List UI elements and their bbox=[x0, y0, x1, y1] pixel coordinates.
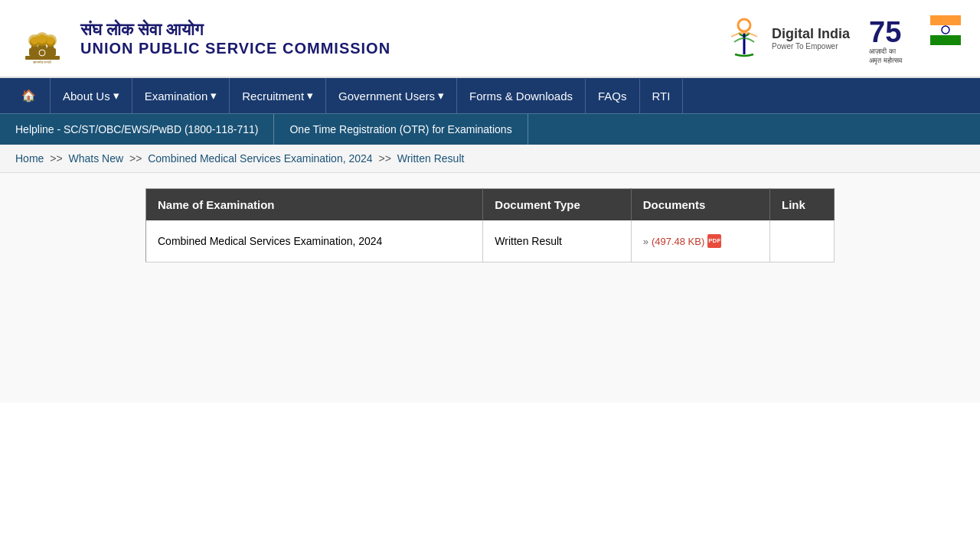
main-navbar: 🏠 About Us ▾ Examination ▾ Recruitment ▾… bbox=[0, 78, 980, 113]
nav-recruitment[interactable]: Recruitment ▾ bbox=[230, 78, 326, 113]
nav-about-us-label: About Us bbox=[63, 90, 110, 103]
nav-government-users[interactable]: Government Users ▾ bbox=[326, 78, 457, 113]
header-logos: Digital India Power To Empower 75 आज़ादी… bbox=[724, 11, 965, 65]
pdf-icon: PDF bbox=[707, 234, 721, 248]
digital-india-label: Digital India bbox=[772, 26, 850, 42]
svg-point-16 bbox=[738, 19, 750, 31]
secondary-navbar: Helpline - SC/ST/OBC/EWS/PwBD (1800-118-… bbox=[0, 113, 980, 145]
svg-rect-20 bbox=[930, 35, 961, 45]
page-header: सत्यमेव जयते bbox=[0, 0, 980, 78]
breadcrumb-written-result[interactable]: Written Result bbox=[397, 152, 465, 165]
home-icon: 🏠 bbox=[21, 89, 36, 103]
document-size-link[interactable]: (497.48 KB) bbox=[652, 236, 704, 247]
arrow-icon: » bbox=[643, 236, 648, 247]
svg-text:अमृत महोत्सव: अमृत महोत्सव bbox=[869, 56, 903, 65]
nav-recruitment-label: Recruitment bbox=[242, 90, 304, 103]
nav-forms-downloads-label: Forms & Downloads bbox=[469, 90, 573, 103]
azadi-logo: 75 आज़ादी का अमृत महोत्सव bbox=[865, 11, 965, 65]
government-emblem: सत्यमेव जयते bbox=[15, 8, 69, 69]
table-header-row: Name of Examination Document Type Docume… bbox=[146, 189, 835, 221]
document-download-link: » (497.48 KB) PDF bbox=[643, 234, 758, 248]
header-left: सत्यमेव जयते bbox=[15, 8, 390, 69]
nav-faqs-label: FAQs bbox=[598, 90, 627, 103]
nav-examination-label: Examination bbox=[145, 90, 208, 103]
chevron-down-icon: ▾ bbox=[113, 89, 119, 103]
nav-rti-label: RTI bbox=[652, 90, 671, 103]
col-header-documents: Documents bbox=[631, 189, 769, 221]
nav-examination[interactable]: Examination ▾ bbox=[132, 78, 230, 113]
cell-documents[interactable]: » (497.48 KB) PDF bbox=[631, 220, 769, 262]
sec-nav-helpline[interactable]: Helpline - SC/ST/OBC/EWS/PwBD (1800-118-… bbox=[0, 114, 274, 145]
breadcrumb-separator: >> bbox=[129, 152, 145, 165]
table-row: Combined Medical Services Examination, 2… bbox=[146, 220, 835, 262]
english-title: UNION PUBLIC SERVICE COMMISSION bbox=[80, 40, 390, 57]
breadcrumb-home[interactable]: Home bbox=[15, 152, 44, 165]
main-content: Name of Examination Document Type Docume… bbox=[0, 173, 980, 403]
breadcrumb-examination[interactable]: Combined Medical Services Examination, 2… bbox=[148, 152, 372, 165]
nav-about-us[interactable]: About Us ▾ bbox=[51, 78, 132, 113]
svg-text:75: 75 bbox=[869, 16, 901, 48]
svg-point-12 bbox=[31, 37, 38, 44]
nav-rti[interactable]: RTI bbox=[640, 79, 684, 113]
svg-rect-18 bbox=[930, 15, 961, 25]
digital-india-tagline: Power To Empower bbox=[772, 42, 850, 51]
chevron-down-icon: ▾ bbox=[307, 89, 313, 103]
svg-text:सत्यमेव जयते: सत्यमेव जयते bbox=[31, 60, 51, 64]
svg-point-13 bbox=[38, 34, 47, 44]
svg-point-14 bbox=[47, 37, 54, 44]
nav-forms-downloads[interactable]: Forms & Downloads bbox=[457, 79, 586, 113]
digital-india-text: Digital India Power To Empower bbox=[772, 26, 850, 51]
chevron-down-icon: ▾ bbox=[211, 89, 217, 103]
result-table: Name of Examination Document Type Docume… bbox=[145, 188, 835, 262]
breadcrumb: Home >> Whats New >> Combined Medical Se… bbox=[0, 145, 980, 173]
breadcrumb-separator: >> bbox=[378, 152, 394, 165]
nav-home[interactable]: 🏠 bbox=[8, 78, 51, 113]
cell-link bbox=[770, 220, 835, 262]
hindi-title: संघ लोक सेवा आयोग bbox=[80, 20, 390, 40]
col-header-document-type: Document Type bbox=[483, 189, 631, 221]
cell-document-type: Written Result bbox=[483, 220, 631, 262]
digital-india-logo: Digital India Power To Empower bbox=[724, 18, 850, 60]
breadcrumb-whats-new[interactable]: Whats New bbox=[69, 152, 124, 165]
helpline-label: Helpline - SC/ST/OBC/EWS/PwBD (1800-118-… bbox=[15, 123, 258, 135]
col-header-link: Link bbox=[770, 189, 835, 221]
nav-faqs[interactable]: FAQs bbox=[586, 79, 640, 113]
cell-examination-name: Combined Medical Services Examination, 2… bbox=[146, 220, 483, 262]
otr-label: One Time Registration (OTR) for Examinat… bbox=[289, 123, 511, 135]
col-header-name-of-examination: Name of Examination bbox=[146, 189, 483, 221]
sec-nav-otr[interactable]: One Time Registration (OTR) for Examinat… bbox=[274, 114, 528, 145]
chevron-down-icon: ▾ bbox=[438, 89, 444, 103]
organization-title: संघ लोक सेवा आयोग UNION PUBLIC SERVICE C… bbox=[80, 20, 390, 57]
nav-government-users-label: Government Users bbox=[338, 90, 435, 103]
svg-text:आज़ादी का: आज़ादी का bbox=[869, 47, 897, 55]
breadcrumb-separator: >> bbox=[50, 152, 65, 165]
